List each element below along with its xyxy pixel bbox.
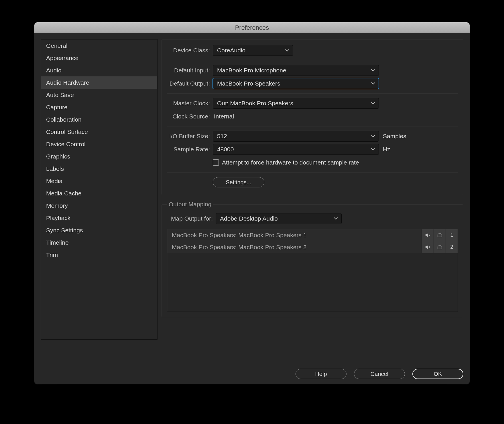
channel-number[interactable]: 1: [446, 229, 458, 241]
master-clock-label: Master Clock:: [167, 100, 213, 107]
default-output-dropdown[interactable]: MacBook Pro Speakers: [213, 78, 379, 89]
output-mapping-row[interactable]: MacBook Pro Speakers: MacBook Pro Speake…: [167, 241, 458, 253]
sidebar-item-timeline[interactable]: Timeline: [41, 236, 157, 249]
master-clock-dropdown[interactable]: Out: MacBook Pro Speakers: [213, 98, 379, 109]
sidebar-item-media[interactable]: Media: [41, 175, 157, 187]
chevron-down-icon: [371, 102, 375, 105]
cancel-button[interactable]: Cancel: [354, 369, 405, 379]
map-output-label: Map Output for:: [167, 215, 216, 222]
sidebar-item-general[interactable]: General: [41, 39, 157, 52]
output-mapping-list: MacBook Pro Speakers: MacBook Pro Speake…: [167, 229, 458, 312]
ok-button[interactable]: OK: [412, 369, 463, 379]
preferences-sidebar: GeneralAppearanceAudioAudio HardwareAuto…: [41, 39, 158, 340]
output-mapping-row-label: MacBook Pro Speakers: MacBook Pro Speake…: [172, 244, 422, 251]
sidebar-item-labels[interactable]: Labels: [41, 163, 157, 175]
fold-icon[interactable]: [434, 241, 446, 253]
sample-rate-value: 48000: [217, 146, 234, 153]
speaker-icon[interactable]: [422, 229, 434, 241]
io-buffer-value: 512: [217, 133, 227, 140]
channel-number[interactable]: 2: [446, 241, 458, 253]
chevron-down-icon: [334, 217, 338, 220]
device-class-dropdown[interactable]: CoreAudio: [213, 45, 293, 56]
sidebar-item-capture[interactable]: Capture: [41, 101, 157, 113]
dialog-footer: Help Cancel OK: [296, 369, 463, 379]
sidebar-item-graphics[interactable]: Graphics: [41, 150, 157, 163]
default-output-value: MacBook Pro Speakers: [217, 80, 280, 87]
chevron-down-icon: [285, 49, 289, 52]
device-class-label: Device Class:: [167, 47, 213, 54]
output-mapping-panel: Output Mapping Map Output for: Adobe Des…: [162, 201, 463, 317]
default-input-label: Default Input:: [167, 67, 213, 74]
speaker-icon[interactable]: [422, 241, 434, 253]
chevron-down-icon: [371, 148, 375, 151]
sidebar-item-auto-save[interactable]: Auto Save: [41, 89, 157, 101]
sidebar-item-sync-settings[interactable]: Sync Settings: [41, 224, 157, 236]
sample-rate-dropdown[interactable]: 48000: [213, 144, 379, 155]
chevron-down-icon: [371, 135, 375, 138]
io-buffer-unit: Samples: [379, 133, 406, 140]
default-output-label: Default Output:: [167, 80, 213, 87]
audio-hardware-panel: Device Class: CoreAudio Default Input: M…: [162, 39, 463, 195]
clock-source-label: Clock Source:: [167, 113, 213, 120]
sidebar-item-media-cache[interactable]: Media Cache: [41, 187, 157, 199]
sidebar-item-device-control[interactable]: Device Control: [41, 138, 157, 150]
sidebar-item-memory[interactable]: Memory: [41, 199, 157, 212]
default-input-dropdown[interactable]: MacBook Pro Microphone: [213, 65, 379, 76]
window-title: Preferences: [34, 22, 470, 33]
sample-rate-unit: Hz: [379, 146, 390, 153]
device-class-value: CoreAudio: [217, 47, 245, 54]
map-output-value: Adobe Desktop Audio: [220, 215, 278, 222]
sidebar-item-control-surface[interactable]: Control Surface: [41, 126, 157, 138]
io-buffer-label: I/O Buffer Size:: [167, 133, 213, 140]
sidebar-item-appearance[interactable]: Appearance: [41, 52, 157, 64]
preferences-window: Preferences GeneralAppearanceAudioAudio …: [34, 22, 470, 384]
chevron-down-icon: [371, 82, 375, 85]
fold-icon[interactable]: [434, 229, 446, 241]
help-button[interactable]: Help: [296, 369, 346, 379]
io-buffer-dropdown[interactable]: 512: [213, 131, 379, 142]
map-output-dropdown[interactable]: Adobe Desktop Audio: [216, 213, 342, 224]
output-mapping-row[interactable]: MacBook Pro Speakers: MacBook Pro Speake…: [167, 229, 458, 241]
master-clock-value: Out: MacBook Pro Speakers: [217, 100, 293, 107]
force-hardware-label: Attempt to force hardware to document sa…: [222, 159, 359, 166]
sidebar-item-collaboration[interactable]: Collaboration: [41, 113, 157, 126]
sidebar-item-playback[interactable]: Playback: [41, 212, 157, 224]
sidebar-item-audio[interactable]: Audio: [41, 64, 157, 76]
force-hardware-checkbox[interactable]: [213, 159, 219, 166]
default-input-value: MacBook Pro Microphone: [217, 67, 286, 74]
chevron-down-icon: [371, 69, 375, 72]
sidebar-item-audio-hardware[interactable]: Audio Hardware: [41, 76, 157, 89]
clock-source-value: Internal: [213, 113, 234, 120]
preferences-main: Device Class: CoreAudio Default Input: M…: [158, 33, 470, 384]
output-mapping-legend: Output Mapping: [167, 201, 213, 208]
sidebar-item-trim[interactable]: Trim: [41, 249, 157, 261]
output-mapping-row-label: MacBook Pro Speakers: MacBook Pro Speake…: [172, 232, 422, 239]
settings-button[interactable]: Settings...: [213, 177, 264, 187]
sample-rate-label: Sample Rate:: [167, 146, 213, 153]
